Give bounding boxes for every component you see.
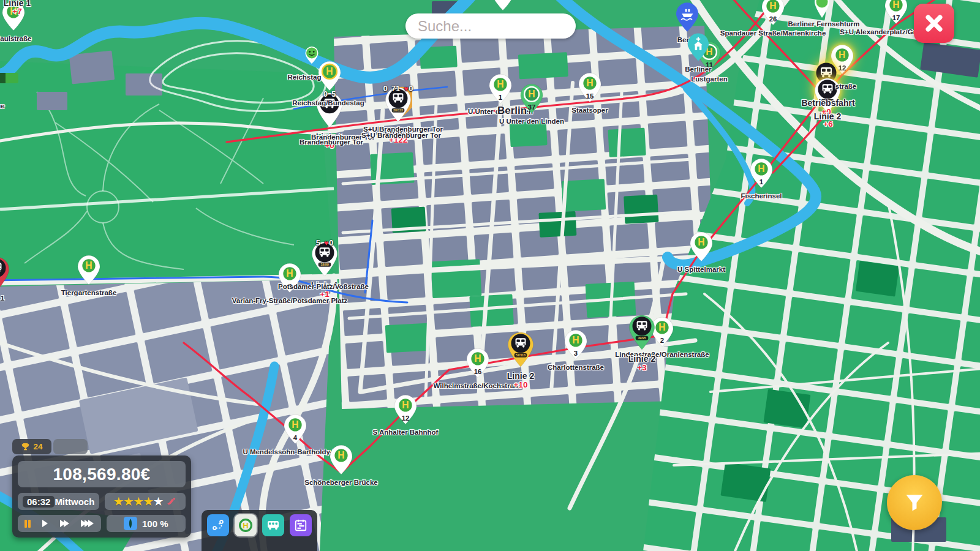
svg-text:H: H [10,6,17,17]
bus-stop-pin-shape: H 1 [489,73,512,104]
bus-stop-pin[interactable]: H 15Staatsoper [578,72,601,105]
bus-line-label: Linie 1 [316,132,343,141]
buses-tool-button[interactable] [262,514,284,536]
ship-pin[interactable]: Berlin [676,2,699,35]
svg-text:H: H [326,66,333,77]
svg-text:H: H [839,50,845,60]
pause-icon [24,520,31,528]
bus-stop-label: U Unter den Linden [499,118,564,125]
bus-stop-label: Charlottenstraße [548,364,604,371]
play-button[interactable] [42,520,48,527]
bus-stop-pin[interactable]: H Schöneberger Brücke [330,444,353,478]
bus-delay-label: +3 [637,363,646,372]
bus-stop-pin[interactable]: H 4U Mendelssohn-Bartholdy-Park [284,414,307,447]
svg-text:H: H [528,89,535,99]
bus-stop-label: Fischerinsel [741,192,782,200]
bus-line-label: Linie 2 [385,126,412,136]
bus-stop-label: S Anhalter Bahnhof [373,429,439,436]
bus-stops-tool-button[interactable]: H [235,514,257,536]
bus-pin[interactable]: 19/995♥0Linie 1+1 [311,241,339,280]
filter-button[interactable] [887,475,942,530]
poi-pin[interactable] [813,0,831,21]
bus-stop-pin[interactable]: H 7Varian-Fry-Straße/Potsdamer Platz [278,263,301,296]
smiley-pin[interactable] [304,45,320,67]
svg-text:H: H [286,268,293,279]
bus-stop-pin-shape: H 15 [578,72,601,103]
bus-stop-pin-shape: H 16 [466,348,489,378]
bus-stop-pin[interactable]: H Paulstraße [2,1,25,34]
bus-stop-pin[interactable]: H 16Wilhelmstraße/Kochstraße [466,348,489,381]
bus-stop-pin[interactable]: H 3Charlottenstraße [564,329,587,362]
bus-stop-label: Staatsoper [571,107,608,114]
bus-passenger-stats: 071♥0 [383,84,413,93]
bus-stop-pin[interactable]: H Tiergartenstraße [77,255,100,288]
bus-stop-pin-shape: H 12 [394,394,417,425]
star-filled-icon: ★ [134,497,143,507]
bus-stop-pin[interactable]: H 26Spandauer Straße/Marienkirche [761,0,785,28]
bus-stop-pin[interactable]: H 1U Unter den Linden [489,73,512,107]
bus-pin[interactable]: 39/95Linie 2+3 [628,314,656,353]
svg-text:H: H [474,353,481,364]
bus-pin[interactable]: 30/95 [813,77,842,116]
bus-stop-pin[interactable]: H [318,61,341,94]
svg-text:H: H [85,260,92,271]
bus-pin[interactable]: 20/113071♥0Linie 2+122 [384,86,412,126]
bus-stop-pin-shape: H 3 [564,329,587,360]
svg-text:H: H [497,79,503,89]
weekday-label: Mittwoch [55,497,94,507]
bus-stop-pin[interactable]: H U Spittelmarkt [690,231,713,264]
trophy-tab[interactable]: 24 [12,439,51,454]
svg-text:H: H [658,322,665,332]
clock-panel: 06:32 Mittwoch [18,493,99,510]
svg-text:H: H [586,78,593,88]
bus-pin[interactable]: 57/113Linie 2+10 [507,331,535,370]
bus-stop-pin[interactable]: H 37U Unter den Linden [520,83,543,116]
star-empty-icon: ★ [154,497,163,507]
bus-stop-pin-shape: H 7 [278,263,301,293]
poi-label: Berliner [685,66,711,73]
route-planner-tool-button[interactable] [207,514,229,536]
svg-text:H: H [769,1,776,11]
bus-stop-label: Spandauer Straße/Marienkirche [720,29,826,37]
svg-text:3: 3 [574,350,578,357]
svg-text:15: 15 [586,92,594,100]
hud-panel: 24 108,569.80€ 06:32 Mittwoch ★★★★★ [12,439,191,538]
svg-text:2: 2 [660,337,664,344]
svg-text:H: H [243,521,248,530]
hud-secondary-tab[interactable] [53,439,88,454]
svg-text:37: 37 [528,103,536,111]
svg-text:17: 17 [892,14,900,21]
bus-stop-pin[interactable]: H 17S+U Alexanderplatz/Grunerstraße [884,0,908,27]
bus-stop-pin-shape: H 26 [761,0,785,26]
svg-text:H: H [892,0,899,10]
bus-stop-pin-shape: H 1 [750,158,773,189]
svg-text:H: H [572,335,579,345]
star-filled-icon: ★ [124,497,133,507]
svg-text:7: 7 [288,283,292,290]
fastest-forward-button[interactable] [81,520,94,527]
bus-stop-h-icon: H [238,518,253,533]
bus-stop-pin[interactable]: H 1Fischerinsel [750,158,773,191]
svg-text:12: 12 [402,414,410,422]
timetable-tool-button[interactable] [290,514,312,536]
bus-stop-pin[interactable]: H [491,0,514,13]
pause-button[interactable] [24,520,31,528]
rating-edit-icon [166,497,176,506]
bus-pin-shape: 39/95 [628,314,656,351]
bus-pin[interactable] [0,256,10,295]
bus-stop-pin[interactable]: H 12S Anhalter Bahnhof [394,394,417,427]
bus-stop-label: U Spittelmarkt [677,266,725,273]
church-pin[interactable]: Berliner [687,32,709,64]
close-button[interactable] [914,4,954,43]
bus-pin[interactable]: 05Linie 1+0 [315,92,344,131]
rating-display: ★★★★★ [105,493,186,510]
clock: 06:32 [23,496,55,508]
bus-passenger-stats: 05 [323,89,336,99]
route-planner-icon [211,519,225,532]
bus-stop-label: Wilhelmstraße/Kochstraße [434,382,522,389]
search-input[interactable] [405,13,576,39]
svg-text:4: 4 [293,434,298,441]
svg-text:30/95: 30/95 [823,99,831,103]
svg-text:16: 16 [474,368,482,375]
fast-forward-button[interactable] [60,520,69,527]
